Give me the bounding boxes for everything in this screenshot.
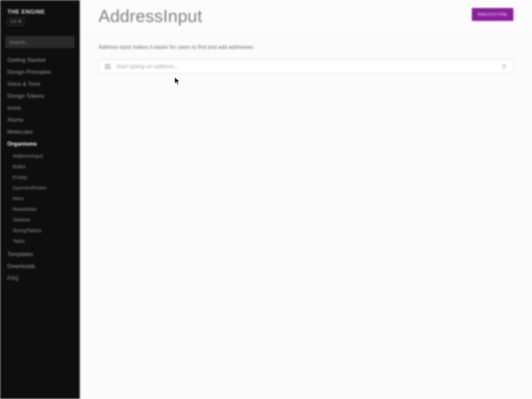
- sidebar-sub-organisms: AddressInput Ballot Empty GarmentPicker …: [0, 150, 80, 248]
- sidebar-item-molecules[interactable]: Molecules: [0, 126, 80, 138]
- sidebar-subitem-ballot[interactable]: Ballot: [0, 161, 80, 172]
- content: Address input makes it easier for users …: [80, 34, 532, 83]
- brand-title: THE ENGINE: [7, 9, 72, 15]
- page-header: AddressInput PROTOTYPE: [80, 0, 532, 34]
- sidebar-nav: Getting Started Design Principles Voice …: [0, 54, 80, 284]
- sidebar-item-getting-started[interactable]: Getting Started: [0, 54, 80, 66]
- svg-point-0: [503, 66, 505, 67]
- prototype-button[interactable]: PROTOTYPE: [472, 8, 513, 21]
- sidebar-subitem-addressinput[interactable]: AddressInput: [0, 151, 80, 161]
- sidebar-item-downloads[interactable]: Downloads: [0, 260, 80, 272]
- sidebar-subitem-garmentpicker[interactable]: GarmentPicker: [0, 183, 80, 193]
- sidebar-search: [5, 36, 74, 48]
- sidebar-item-templates[interactable]: Templates: [0, 248, 80, 260]
- sidebar-item-atoms[interactable]: Atoms: [0, 114, 80, 126]
- version-badge: 0.0.78: [7, 18, 24, 25]
- search-input[interactable]: [5, 36, 74, 48]
- sidebar-subitem-newsletter[interactable]: Newsletter: [0, 204, 80, 214]
- sidebar: THE ENGINE 0.0.78 Getting Started Design…: [0, 0, 80, 399]
- main: AddressInput PROTOTYPE Address input mak…: [80, 0, 532, 399]
- page-title: AddressInput: [98, 6, 202, 26]
- sidebar-subitem-hero[interactable]: Hero: [0, 193, 80, 204]
- brand-block: THE ENGINE 0.0.78: [0, 6, 80, 29]
- sidebar-subitem-empty[interactable]: Empty: [0, 172, 80, 183]
- sidebar-item-organisms[interactable]: Organisms: [0, 138, 80, 150]
- address-input-box[interactable]: [98, 60, 513, 73]
- sidebar-subitem-sizingtables[interactable]: SizingTables: [0, 225, 80, 236]
- address-input[interactable]: [116, 63, 501, 70]
- location-pin-icon[interactable]: [501, 63, 507, 70]
- intro-text: Address input makes it easier for users …: [98, 44, 513, 50]
- sidebar-item-design-principles[interactable]: Design Principles: [0, 66, 80, 78]
- sidebar-subitem-sidebar[interactable]: Sidebar: [0, 214, 80, 225]
- sidebar-item-voice-tone[interactable]: Voice & Tone: [0, 78, 80, 90]
- sidebar-item-design-tokens[interactable]: Design Tokens: [0, 90, 80, 102]
- sidebar-subitem-tailor[interactable]: Tailor: [0, 236, 80, 246]
- sidebar-item-icons[interactable]: Icons: [0, 102, 80, 114]
- menu-icon[interactable]: [105, 64, 111, 69]
- sidebar-item-faq[interactable]: FAQ: [0, 272, 80, 284]
